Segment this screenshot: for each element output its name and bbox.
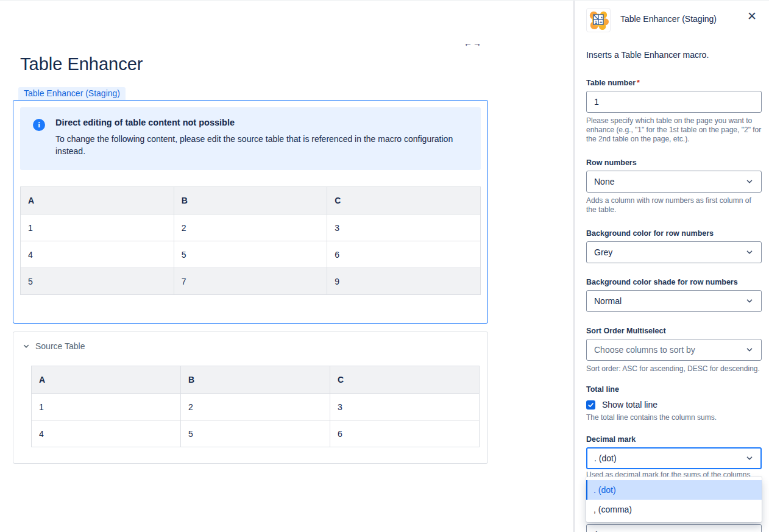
table-row: 4 5 6: [21, 241, 481, 268]
table-cell: 6: [330, 420, 480, 447]
show-total-line-checkbox[interactable]: [586, 400, 595, 410]
table-cell: 2: [181, 394, 330, 420]
next-field-input-partial[interactable]: 1: [586, 524, 762, 532]
table-header-cell: C: [327, 187, 481, 215]
dropdown-option-comma[interactable]: , (comma): [586, 500, 762, 519]
enhanced-table: A B C 1 2 3 4 5 6: [20, 186, 481, 295]
chevron-down-icon: [745, 454, 754, 463]
table-number-help: Please specify which table on the page y…: [586, 116, 762, 144]
select-value: Grey: [594, 247, 612, 257]
editor-page: ←→ Table Enhancer Table Enhancer (Stagin…: [0, 0, 769, 532]
table-cell: 1: [21, 215, 174, 241]
editor-width-toggle-icon[interactable]: ←→: [464, 38, 482, 48]
table-cell: 6: [327, 241, 481, 268]
table-cell: 5: [174, 241, 327, 268]
total-line-label: Total line: [586, 385, 762, 394]
svg-text:1: 1: [595, 20, 597, 25]
select-placeholder: Choose columns to sort by: [594, 345, 695, 355]
sort-order-label: Sort Order Multiselect: [586, 327, 762, 336]
chevron-down-icon: [23, 342, 30, 350]
source-table-header[interactable]: Source Table: [13, 341, 487, 351]
info-panel-text: Direct editing of table content not poss…: [55, 118, 469, 157]
required-asterisk: *: [637, 79, 640, 87]
table-number-label: Table number*: [586, 79, 762, 88]
total-line-help: The total line contains the column sums.: [586, 413, 762, 422]
source-table: A B C 1 2 3 4 5 6: [31, 366, 480, 447]
table-cell: 4: [21, 241, 174, 268]
table-row: 4 5 6: [32, 420, 480, 447]
table-cell: 2: [174, 215, 327, 241]
row-numbers-select[interactable]: None: [586, 171, 762, 193]
table-total-row: 5 7 9: [21, 268, 481, 295]
chevron-down-icon: [745, 177, 754, 186]
sort-order-help: Sort order: ASC for ascending, DESC for …: [586, 364, 762, 374]
decimal-mark-select[interactable]: . (dot): [586, 447, 762, 469]
table-cell: 3: [327, 215, 481, 241]
panel-header: 1 + Table Enhancer (Staging) ✕: [586, 8, 762, 32]
table-header-cell: B: [174, 187, 327, 215]
row-numbers-label: Row numbers: [586, 158, 762, 168]
table-enhancer-macro-icon: 1 +: [586, 8, 611, 32]
table-row: 1 2 3: [32, 394, 480, 420]
label-text: Table number: [586, 79, 636, 87]
select-value: Normal: [594, 296, 622, 306]
chevron-down-icon: [745, 297, 754, 305]
panel-title: Table Enhancer (Staging): [620, 14, 747, 24]
table-header-row: A B C: [32, 366, 480, 394]
info-panel-title: Direct editing of table content not poss…: [55, 118, 469, 127]
svg-text:+: +: [600, 20, 603, 25]
info-icon: i: [33, 119, 45, 131]
table-cell: 5: [181, 420, 330, 447]
macro-config-panel: 1 + Table Enhancer (Staging) ✕ Inserts a…: [573, 1, 769, 532]
input-value: 1: [594, 97, 599, 107]
row-numbers-help: Adds a column with row numbers as first …: [586, 196, 762, 215]
editor-main-area: ←→ Table Enhancer Table Enhancer (Stagin…: [0, 1, 573, 532]
source-table-title: Source Table: [35, 341, 85, 351]
table-header-cell: A: [21, 187, 174, 215]
table-header-row: A B C: [21, 187, 481, 215]
show-total-line-checkbox-label[interactable]: Show total line: [602, 400, 657, 410]
table-cell: 9: [327, 268, 481, 295]
panel-description: Inserts a Table Enhancer macro.: [586, 50, 762, 60]
chevron-down-icon: [745, 346, 754, 354]
table-cell: 5: [21, 268, 174, 295]
checkbox-check-icon: [587, 402, 594, 408]
macro-selection-tab[interactable]: Table Enhancer (Staging): [18, 87, 126, 100]
table-number-input[interactable]: 1: [586, 91, 762, 113]
bg-color-label: Background color for row numbers: [586, 229, 762, 238]
table-row: 1 2 3: [21, 215, 481, 241]
table-cell: 4: [32, 420, 181, 447]
close-icon[interactable]: ✕: [747, 10, 757, 23]
table-header-cell: A: [32, 366, 181, 394]
macro-preview-box[interactable]: i Direct editing of table content not po…: [13, 100, 488, 324]
info-panel: i Direct editing of table content not po…: [20, 107, 481, 170]
dropdown-option-dot[interactable]: . (dot): [586, 480, 762, 500]
table-header-cell: C: [330, 366, 480, 394]
bg-shade-label: Background color shade for row numbers: [586, 278, 762, 287]
table-cell: 3: [330, 394, 480, 420]
source-table-section: Source Table A B C 1 2 3: [13, 332, 488, 464]
decimal-mark-label: Decimal mark: [586, 435, 762, 444]
sort-order-select[interactable]: Choose columns to sort by: [586, 339, 762, 361]
table-header-cell: B: [181, 366, 330, 394]
table-cell: 7: [174, 268, 327, 295]
table-cell: 1: [32, 394, 181, 420]
chevron-down-icon: [745, 248, 754, 257]
select-value: . (dot): [594, 453, 617, 463]
page-title: Table Enhancer: [20, 53, 573, 75]
info-panel-body: To change the following content, please …: [55, 133, 469, 157]
bg-color-select[interactable]: Grey: [586, 241, 762, 263]
total-line-row: Show total line: [586, 400, 762, 410]
select-value: None: [594, 177, 614, 186]
bg-shade-select[interactable]: Normal: [586, 290, 762, 312]
input-value: 1: [594, 530, 599, 532]
decimal-mark-field: . (dot) Used as decimal mark for the sum…: [586, 447, 762, 477]
decimal-mark-dropdown: . (dot) , (comma): [586, 477, 762, 522]
